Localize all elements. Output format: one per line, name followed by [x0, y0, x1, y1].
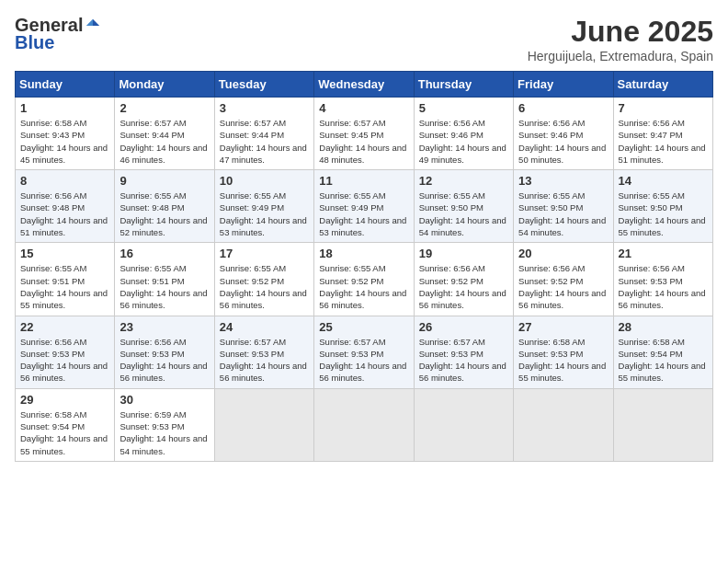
- calendar-cell: 3 Sunrise: 6:57 AMSunset: 9:44 PMDayligh…: [214, 98, 313, 170]
- day-info: Sunrise: 6:57 AMSunset: 9:44 PMDaylight:…: [220, 117, 309, 166]
- calendar-cell: 11 Sunrise: 6:55 AMSunset: 9:49 PMDaylig…: [314, 170, 414, 243]
- day-number: 18: [319, 247, 408, 260]
- day-info: Sunrise: 6:56 AMSunset: 9:46 PMDaylight:…: [419, 117, 508, 166]
- calendar-cell: 18 Sunrise: 6:55 AMSunset: 9:52 PMDaylig…: [314, 243, 414, 316]
- day-info: Sunrise: 6:56 AMSunset: 9:46 PMDaylight:…: [518, 117, 608, 166]
- calendar-day-header: Monday: [115, 72, 214, 98]
- calendar-cell: 24 Sunrise: 6:57 AMSunset: 9:53 PMDaylig…: [214, 316, 313, 388]
- calendar-cell: 1 Sunrise: 6:58 AMSunset: 9:43 PMDayligh…: [16, 98, 115, 170]
- day-number: 3: [220, 101, 309, 115]
- day-info: Sunrise: 6:57 AMSunset: 9:53 PMDaylight:…: [319, 336, 408, 385]
- day-number: 6: [518, 101, 608, 115]
- day-info: Sunrise: 6:55 AMSunset: 9:50 PMDaylight:…: [419, 190, 508, 238]
- calendar-week-row: 8 Sunrise: 6:56 AMSunset: 9:48 PMDayligh…: [16, 170, 713, 243]
- day-info: Sunrise: 6:55 AMSunset: 9:49 PMDaylight:…: [319, 190, 408, 238]
- day-number: 10: [220, 174, 309, 188]
- day-info: Sunrise: 6:58 AMSunset: 9:54 PMDaylight:…: [619, 336, 708, 385]
- day-number: 17: [220, 247, 309, 260]
- day-info: Sunrise: 6:57 AMSunset: 9:44 PMDaylight:…: [119, 117, 209, 166]
- calendar-cell: 22 Sunrise: 6:56 AMSunset: 9:53 PMDaylig…: [16, 316, 115, 388]
- day-info: Sunrise: 6:57 AMSunset: 9:53 PMDaylight:…: [419, 336, 508, 385]
- day-number: 25: [319, 320, 408, 334]
- day-number: 11: [319, 174, 408, 188]
- logo: General Blue: [15, 15, 101, 53]
- calendar-cell: [414, 388, 513, 461]
- day-info: Sunrise: 6:55 AMSunset: 9:48 PMDaylight:…: [119, 190, 209, 238]
- day-number: 15: [20, 247, 109, 260]
- calendar-week-row: 22 Sunrise: 6:56 AMSunset: 9:53 PMDaylig…: [16, 316, 713, 388]
- day-info: Sunrise: 6:56 AMSunset: 9:47 PMDaylight:…: [619, 117, 708, 166]
- day-number: 29: [20, 393, 109, 407]
- day-info: Sunrise: 6:56 AMSunset: 9:52 PMDaylight:…: [419, 262, 508, 311]
- day-info: Sunrise: 6:55 AMSunset: 9:50 PMDaylight:…: [619, 190, 708, 238]
- day-info: Sunrise: 6:55 AMSunset: 9:52 PMDaylight:…: [319, 262, 408, 311]
- subtitle: Herguijuela, Extremadura, Spain: [528, 49, 713, 63]
- calendar-day-header: Wednesday: [314, 72, 414, 98]
- calendar-day-header: Tuesday: [214, 72, 313, 98]
- title-area: June 2025 Herguijuela, Extremadura, Spai…: [528, 15, 713, 63]
- day-number: 9: [119, 174, 209, 188]
- day-info: Sunrise: 6:56 AMSunset: 9:53 PMDaylight:…: [119, 336, 209, 385]
- calendar-cell: 19 Sunrise: 6:56 AMSunset: 9:52 PMDaylig…: [414, 243, 513, 316]
- svg-marker-0: [93, 18, 99, 25]
- day-number: 2: [119, 101, 209, 115]
- day-info: Sunrise: 6:56 AMSunset: 9:52 PMDaylight:…: [518, 262, 608, 311]
- calendar-cell: [613, 388, 712, 461]
- day-number: 21: [619, 247, 708, 260]
- day-number: 1: [20, 101, 109, 115]
- page-header: General Blue June 2025 Herguijuela, Extr…: [15, 15, 713, 63]
- calendar-cell: 16 Sunrise: 6:55 AMSunset: 9:51 PMDaylig…: [115, 243, 214, 316]
- calendar-day-header: Friday: [514, 72, 613, 98]
- calendar-cell: 26 Sunrise: 6:57 AMSunset: 9:53 PMDaylig…: [414, 316, 513, 388]
- day-number: 13: [518, 174, 608, 188]
- calendar-cell: 9 Sunrise: 6:55 AMSunset: 9:48 PMDayligh…: [115, 170, 214, 243]
- calendar-day-header: Saturday: [613, 72, 712, 98]
- day-number: 24: [220, 320, 309, 334]
- calendar-week-row: 29 Sunrise: 6:58 AMSunset: 9:54 PMDaylig…: [16, 388, 713, 461]
- day-number: 26: [419, 320, 508, 334]
- calendar-cell: [514, 388, 613, 461]
- calendar-cell: [314, 388, 414, 461]
- calendar-cell: 12 Sunrise: 6:55 AMSunset: 9:50 PMDaylig…: [414, 170, 513, 243]
- day-info: Sunrise: 6:58 AMSunset: 9:43 PMDaylight:…: [20, 117, 109, 166]
- calendar-cell: 15 Sunrise: 6:55 AMSunset: 9:51 PMDaylig…: [16, 243, 115, 316]
- day-number: 27: [518, 320, 608, 334]
- day-number: 5: [419, 101, 508, 115]
- day-info: Sunrise: 6:57 AMSunset: 9:45 PMDaylight:…: [319, 117, 408, 166]
- svg-marker-1: [86, 18, 93, 25]
- day-number: 16: [119, 247, 209, 260]
- day-info: Sunrise: 6:57 AMSunset: 9:53 PMDaylight:…: [220, 336, 309, 385]
- calendar-cell: 10 Sunrise: 6:55 AMSunset: 9:49 PMDaylig…: [214, 170, 313, 243]
- day-info: Sunrise: 6:55 AMSunset: 9:52 PMDaylight:…: [220, 262, 309, 311]
- day-info: Sunrise: 6:55 AMSunset: 9:49 PMDaylight:…: [220, 190, 309, 238]
- day-number: 22: [20, 320, 109, 334]
- day-info: Sunrise: 6:58 AMSunset: 9:54 PMDaylight:…: [20, 408, 109, 457]
- logo-icon: [85, 17, 101, 34]
- calendar-cell: 7 Sunrise: 6:56 AMSunset: 9:47 PMDayligh…: [613, 98, 712, 170]
- day-info: Sunrise: 6:55 AMSunset: 9:51 PMDaylight:…: [119, 262, 209, 311]
- day-number: 8: [20, 174, 109, 188]
- day-number: 14: [619, 174, 708, 188]
- calendar-cell: 29 Sunrise: 6:58 AMSunset: 9:54 PMDaylig…: [16, 388, 115, 461]
- day-number: 23: [119, 320, 209, 334]
- day-number: 28: [619, 320, 708, 334]
- day-info: Sunrise: 6:55 AMSunset: 9:51 PMDaylight:…: [20, 262, 109, 311]
- calendar-day-header: Sunday: [16, 72, 115, 98]
- day-info: Sunrise: 6:58 AMSunset: 9:53 PMDaylight:…: [518, 336, 608, 385]
- calendar-cell: 28 Sunrise: 6:58 AMSunset: 9:54 PMDaylig…: [613, 316, 712, 388]
- day-info: Sunrise: 6:56 AMSunset: 9:53 PMDaylight:…: [619, 262, 708, 311]
- day-info: Sunrise: 6:55 AMSunset: 9:50 PMDaylight:…: [518, 190, 608, 238]
- calendar-cell: 30 Sunrise: 6:59 AMSunset: 9:53 PMDaylig…: [115, 388, 214, 461]
- calendar: SundayMondayTuesdayWednesdayThursdayFrid…: [15, 71, 713, 462]
- day-info: Sunrise: 6:56 AMSunset: 9:53 PMDaylight:…: [20, 336, 109, 385]
- calendar-cell: 6 Sunrise: 6:56 AMSunset: 9:46 PMDayligh…: [514, 98, 613, 170]
- calendar-cell: 4 Sunrise: 6:57 AMSunset: 9:45 PMDayligh…: [314, 98, 414, 170]
- calendar-cell: 5 Sunrise: 6:56 AMSunset: 9:46 PMDayligh…: [414, 98, 513, 170]
- calendar-cell: 21 Sunrise: 6:56 AMSunset: 9:53 PMDaylig…: [613, 243, 712, 316]
- calendar-week-row: 1 Sunrise: 6:58 AMSunset: 9:43 PMDayligh…: [16, 98, 713, 170]
- calendar-cell: 2 Sunrise: 6:57 AMSunset: 9:44 PMDayligh…: [115, 98, 214, 170]
- calendar-header-row: SundayMondayTuesdayWednesdayThursdayFrid…: [16, 72, 713, 98]
- calendar-cell: 8 Sunrise: 6:56 AMSunset: 9:48 PMDayligh…: [16, 170, 115, 243]
- calendar-week-row: 15 Sunrise: 6:55 AMSunset: 9:51 PMDaylig…: [16, 243, 713, 316]
- calendar-cell: 25 Sunrise: 6:57 AMSunset: 9:53 PMDaylig…: [314, 316, 414, 388]
